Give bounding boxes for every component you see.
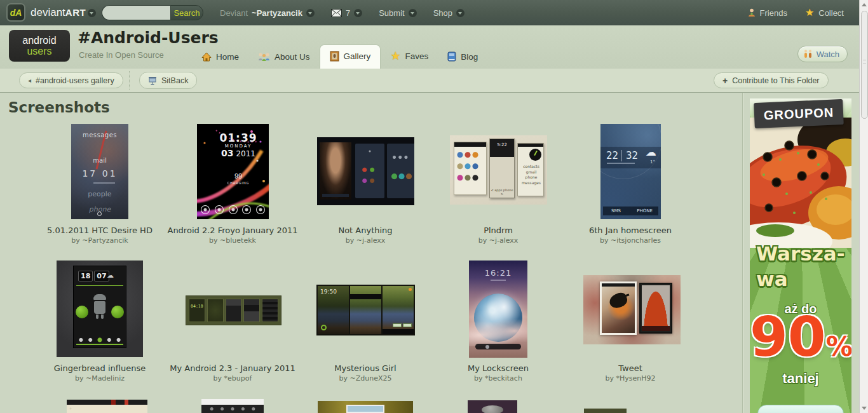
friends-icon: [748, 8, 756, 17]
deviation-author[interactable]: by ~j-alexx: [431, 236, 565, 245]
mail-count[interactable]: 7: [346, 8, 350, 18]
back-to-gallery-button[interactable]: ◂ #android-users gallery: [19, 72, 123, 88]
deviation-author[interactable]: by ~Partyzancik: [33, 236, 166, 245]
decoration: [350, 286, 381, 334]
deviation-author[interactable]: by *HysenH92: [564, 374, 697, 383]
deviation-thumb[interactable]: 01:39 MONDAY 03 2011 99 CHARGING: [197, 124, 269, 219]
chevron-down-icon[interactable]: [409, 9, 417, 17]
decoration: [97, 212, 102, 216]
people-icon: [258, 52, 270, 62]
scroll-up-button[interactable]: [860, 0, 868, 10]
deviantart-wordmark[interactable]: deviantART: [31, 6, 86, 19]
chevron-down-icon[interactable]: [88, 9, 96, 17]
deviantart-logo-icon[interactable]: dA: [6, 3, 25, 22]
group-avatar[interactable]: android users: [9, 30, 70, 62]
decoration: [454, 142, 487, 195]
deviation-caption: Mysterious Girl by ~ZduneX25: [299, 363, 432, 383]
deviation-thumb[interactable]: 16:21: [469, 261, 527, 358]
deviation-caption: Tweet by *HysenH92: [564, 363, 697, 383]
deviation-author[interactable]: by ~ZduneX25: [299, 374, 432, 383]
groupon-logo: GROUPON: [754, 99, 844, 128]
deviation-thumb[interactable]: [317, 137, 414, 205]
deviation-author[interactable]: by ~bluetekk: [166, 236, 299, 245]
decoration: [320, 142, 351, 200]
plus-icon: +: [722, 76, 728, 86]
deviation-caption: 6th Jan homescreen by ~itsjoncharles: [564, 226, 697, 245]
content-divider: [743, 93, 743, 413]
tab-about-us[interactable]: About Us: [248, 46, 320, 69]
scrollbar-thumb[interactable]: [861, 11, 868, 119]
search-button[interactable]: Search: [170, 5, 203, 20]
deviation-thumb[interactable]: [583, 275, 681, 344]
deviation-caption: Gingerbread influense by ~Madeliniz: [33, 363, 166, 383]
clock-face: [529, 149, 541, 161]
clock-widget: 22 32 ☁ 1°: [600, 147, 661, 168]
deviation-title[interactable]: My Android 2.3 - January 2011: [166, 363, 299, 373]
deviation-thumb[interactable]: [201, 399, 264, 413]
submit-menu[interactable]: Submit: [379, 8, 404, 18]
tab-gallery[interactable]: Gallery: [320, 44, 381, 69]
decoration: [207, 299, 224, 322]
android-robot: [92, 294, 107, 319]
watch-button[interactable]: Watch: [797, 46, 848, 62]
decoration: [387, 144, 414, 198]
deviation-title[interactable]: Gingerbread influense: [33, 363, 166, 373]
friends-link[interactable]: Friends: [760, 8, 787, 18]
chevron-down-icon[interactable]: [306, 9, 315, 17]
sitback-button[interactable]: SitBack: [139, 72, 197, 89]
deviation-caption: Plndrm by ~j-alexx: [431, 226, 565, 245]
tab-blog[interactable]: Blog: [438, 46, 487, 69]
tab-home[interactable]: Home: [192, 46, 248, 69]
search-input[interactable]: [102, 5, 170, 20]
deviation-author[interactable]: by *beckitach: [431, 374, 565, 383]
deviation-author[interactable]: by ~Madeliniz: [33, 374, 166, 383]
deviation-title[interactable]: Tweet: [564, 363, 697, 373]
clock-widget: 01:39 MONDAY 03 2011: [214, 132, 263, 158]
groupon-ad[interactable]: GROUPON Warsza- wa aż do 90% taniej: [750, 98, 851, 413]
contribute-button[interactable]: + Contribute to This Folder: [714, 72, 829, 88]
deviation-caption: Android 2.2 Froyo January 2011 by ~bluet…: [166, 226, 299, 245]
deviation-thumb[interactable]: 1807 ☁: [57, 261, 143, 357]
tab-faves[interactable]: ★ Faves: [381, 44, 438, 69]
deviation-title[interactable]: My Lockscreen: [431, 363, 565, 373]
ad-discount-percent: 90%: [750, 309, 851, 364]
decoration: [93, 182, 115, 184]
deviation-thumb[interactable]: [67, 400, 147, 413]
deviation-author[interactable]: by ~itsjoncharles: [564, 236, 697, 245]
collect-link[interactable]: Collect: [818, 8, 844, 18]
deviation-title[interactable]: 5.01.2011 HTC Desire HD: [33, 226, 166, 235]
deviation-thumb[interactable]: [584, 409, 627, 413]
deviation-thumb[interactable]: 22 32 ☁ 1° SMS PHONE: [600, 124, 661, 219]
deviation-title[interactable]: Not Anything: [299, 226, 432, 235]
phone-frame: [639, 283, 672, 334]
deviation-title[interactable]: 6th Jan homescreen: [564, 226, 697, 235]
deviation-title[interactable]: Plndrm: [431, 226, 565, 235]
username-link[interactable]: ~Partyzancik: [252, 8, 302, 18]
ad-city-line2: wa: [750, 267, 851, 290]
mail-icon[interactable]: [331, 9, 342, 17]
deviation-caption: Not Anything by ~j-alexx: [299, 226, 432, 245]
deviation-thumb[interactable]: 5:22 < apps phone > contacts gmail phone…: [450, 135, 547, 205]
watch-icon: [803, 50, 813, 58]
scroll-down-button[interactable]: [860, 403, 868, 413]
deviation-thumb[interactable]: messages mail 17 01 people phone: [71, 124, 128, 219]
deviation-thumb[interactable]: 04:10: [186, 295, 281, 325]
ad-discount-text: taniej: [750, 370, 851, 387]
battery-widget: 99 CHARGING: [214, 170, 263, 185]
chevron-down-icon[interactable]: [456, 9, 465, 17]
ad-cta-button[interactable]: [757, 405, 844, 413]
decoration: contacts gmail phone messages: [517, 143, 544, 196]
deviation-caption: 5.01.2011 HTC Desire HD by ~Partyzancik: [33, 226, 166, 245]
deviation-thumb[interactable]: [468, 400, 517, 413]
deviation-thumb[interactable]: [318, 401, 413, 413]
deviation-thumb[interactable]: 19:50: [316, 285, 415, 335]
deviation-author[interactable]: by ~j-alexx: [299, 236, 432, 245]
deviation-title[interactable]: Android 2.2 Froyo January 2011: [166, 226, 299, 235]
deviation-author[interactable]: by *ebupof: [166, 374, 299, 383]
book-icon: [447, 51, 456, 62]
deviation-title[interactable]: Mysterious Girl: [299, 363, 432, 373]
star-icon: ★: [390, 50, 400, 62]
shop-menu[interactable]: Shop: [433, 8, 452, 18]
page-scrollbar[interactable]: [859, 0, 868, 413]
chevron-down-icon[interactable]: [354, 9, 362, 17]
